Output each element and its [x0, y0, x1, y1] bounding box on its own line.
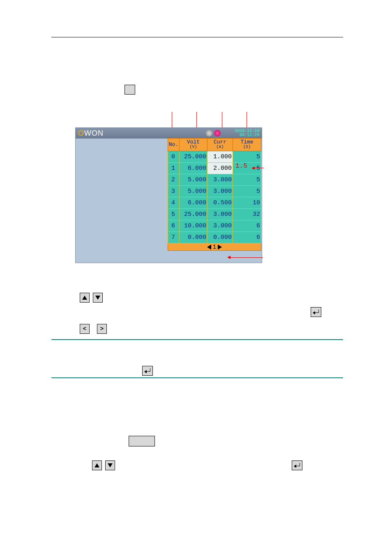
down-key[interactable] [93, 293, 103, 303]
time-text: 00:11:24 [235, 133, 259, 137]
down-key[interactable] [105, 460, 115, 470]
cell-no: 2 [168, 174, 180, 185]
cell-v: 5.000 [180, 174, 208, 185]
cell-no: 3 [168, 186, 180, 197]
key-placeholder [125, 85, 135, 95]
less-than-icon: < [83, 326, 86, 332]
annotation-arrow-icon [251, 166, 255, 170]
col-no: No. [168, 139, 180, 151]
cell-c: 3.000 [208, 174, 233, 185]
cell-v: 10.000 [180, 220, 208, 231]
up-key[interactable] [92, 460, 102, 470]
chevron-down-icon [108, 463, 113, 467]
cell-v: 0.000 [180, 232, 208, 243]
cell-no: 4 [168, 197, 180, 208]
cell-no: 1 [168, 163, 180, 174]
enter-key[interactable] [142, 366, 153, 376]
cell-t: 5 [233, 174, 261, 185]
cell-c: 1.000 [208, 151, 233, 162]
return-icon [145, 368, 150, 373]
cell-c: 3.000 [208, 209, 233, 220]
speaker-icon [206, 130, 212, 136]
table-row[interactable]: 025.0001.0005 [168, 151, 261, 163]
table-row[interactable]: 46.0000.50010 [168, 197, 261, 209]
divider [51, 339, 343, 340]
record-icon [214, 130, 221, 136]
edit-value-annotation: 1.5 [235, 162, 247, 170]
cell-t: 10 [233, 197, 261, 208]
cell-v: 25.000 [180, 151, 208, 162]
titlebar-icons [206, 130, 221, 136]
left-key[interactable]: < [80, 324, 90, 334]
enter-key[interactable] [292, 460, 302, 470]
cell-t: 5 [233, 186, 261, 197]
key-placeholder-wide [129, 436, 155, 446]
cell-t: 6 [233, 232, 261, 243]
logo-text: WON [84, 129, 104, 137]
cell-c: 0.000 [208, 232, 233, 243]
cell-no: 6 [168, 220, 180, 231]
logo-letter: O [78, 129, 84, 137]
cell-v: 6.000 [180, 163, 208, 174]
annotation-line [254, 168, 264, 168]
table-row[interactable]: 25.0003.0005 [168, 174, 261, 186]
col-volt: Volt(V) [180, 139, 208, 151]
cell-v: 6.000 [180, 197, 208, 208]
page-prev-icon[interactable] [207, 245, 211, 250]
cell-c: 0.500 [208, 197, 233, 208]
datetime: 2010-12-10 00:11:24 [235, 128, 259, 139]
cell-c: 2.000 [208, 163, 233, 174]
right-key[interactable]: > [97, 324, 107, 334]
cell-v: 25.000 [180, 209, 208, 220]
return-icon [313, 310, 319, 314]
up-key[interactable] [80, 293, 90, 303]
table-header: No. Volt(V) Curr(A) Time(S) [168, 138, 261, 151]
chevron-up-icon [82, 296, 87, 300]
pager[interactable]: 1 [168, 243, 261, 251]
title-bar: OWON 2010-12-10 00:11:24 [76, 128, 262, 139]
table-row[interactable]: 70.0000.0006 [168, 232, 261, 243]
divider [51, 377, 343, 378]
return-icon [294, 463, 300, 468]
page-number: 1 [213, 244, 216, 250]
chevron-down-icon [95, 296, 100, 300]
cell-c: 3.000 [208, 186, 233, 197]
page-next-icon[interactable] [218, 245, 222, 250]
cell-t: 5 [233, 151, 261, 162]
device-screen: OWON 2010-12-10 00:11:24 No. Volt(V) Cur… [75, 127, 262, 263]
cell-t: 32 [233, 209, 261, 220]
cell-t: 6 [233, 220, 261, 231]
logo: OWON [78, 129, 104, 138]
greater-than-icon: > [100, 326, 104, 332]
cell-c: 3.000 [208, 220, 233, 231]
cell-no: 7 [168, 232, 180, 243]
col-time: Time(S) [233, 139, 261, 151]
divider [51, 37, 343, 37]
cell-no: 0 [168, 151, 180, 162]
table-row[interactable]: 525.0003.00032 [168, 209, 261, 220]
table-row[interactable]: 35.0003.0005 [168, 186, 261, 197]
col-curr: Curr(A) [208, 139, 233, 151]
cell-no: 5 [168, 209, 180, 220]
annotation-line [230, 257, 263, 258]
cell-v: 5.000 [180, 186, 208, 197]
table-row[interactable]: 610.0003.0006 [168, 220, 261, 232]
chevron-up-icon [95, 463, 99, 467]
parameter-table: No. Volt(V) Curr(A) Time(S) 025.0001.000… [168, 138, 261, 251]
enter-key[interactable] [311, 307, 321, 317]
